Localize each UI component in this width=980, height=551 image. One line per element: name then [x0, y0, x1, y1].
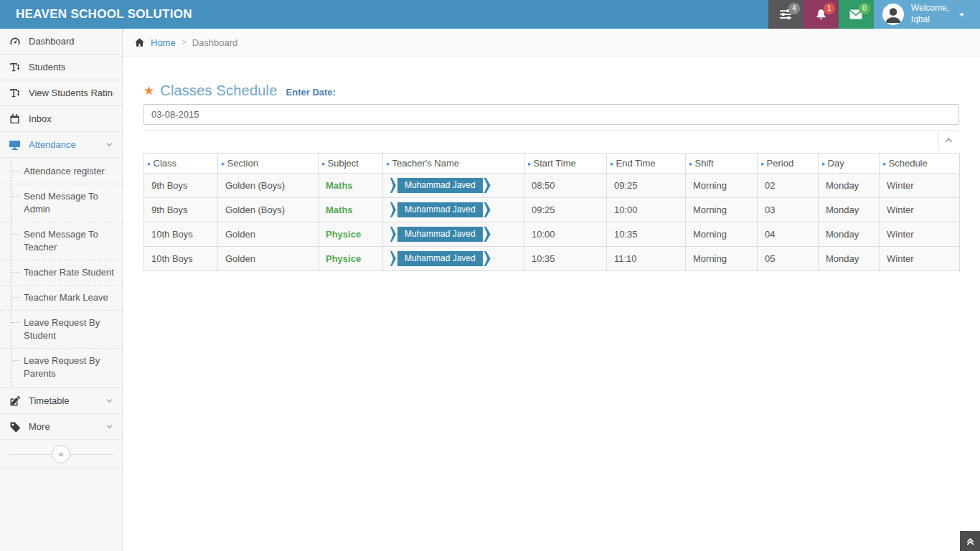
breadcrumb: Home > Dashboard [123, 29, 980, 57]
cell-subject: Maths [319, 174, 383, 198]
column-header-label: Period [767, 158, 794, 169]
sidebar-subitem-leave-request-by-parents[interactable]: Leave Request By Parents [0, 348, 122, 386]
sort-caret-icon: ▸ [222, 160, 225, 167]
table-body: 9th BoysGolden (Boys)MathsMuhammad Javed… [144, 174, 960, 271]
chevron-down-icon [105, 423, 113, 430]
page-title: Classes Schedule [160, 83, 277, 99]
main-panel: ★ Classes Schedule Enter Date: ▸Class▸Se… [123, 81, 980, 271]
sidebar-item-view-students-rating[interactable]: View Students Rating [0, 80, 122, 106]
column-header-section[interactable]: ▸Section [218, 154, 319, 174]
sidebar-subitem-leave-request-by-student[interactable]: Leave Request By Student [0, 310, 122, 348]
sidebar-subitem-send-message-to-admin[interactable]: Send Message To Admin [0, 184, 122, 222]
cell-period: 04 [758, 222, 819, 247]
tasks-button[interactable]: 4 [768, 0, 804, 29]
cell-period: 03 [758, 198, 819, 222]
sidebar-subitem-send-message-to-teacher[interactable]: Send Message To Teacher [0, 222, 122, 260]
enter-date-label: Enter Date: [286, 84, 336, 98]
schedule-table: ▸Class▸Section▸Subject▸Teacher's Name▸St… [143, 153, 960, 271]
teacher-name-label: Muhammad Javed [397, 202, 483, 217]
cell-shift: Morning [686, 247, 758, 271]
date-input[interactable] [143, 104, 959, 125]
sidebar-collapse-bar: « [0, 440, 122, 468]
cell-teacher-s-name: Muhammad Javed [383, 247, 524, 271]
column-header-label: Section [227, 158, 258, 169]
sidebar-item-more[interactable]: More [0, 414, 122, 440]
cell-day: Monday [819, 222, 880, 247]
sort-caret-icon: ▸ [387, 160, 390, 167]
avatar [882, 4, 904, 25]
cell-end-time: 09:25 [607, 174, 686, 198]
attendance-submenu: Attendance registerSend Message To Admin… [0, 158, 122, 388]
ribbon-left-notch-icon [390, 202, 396, 217]
sort-caret-icon: ▸ [689, 160, 693, 167]
subject-text: Physice [326, 253, 361, 264]
teacher-name-badge[interactable]: Muhammad Javed [390, 202, 491, 217]
panel-collapse-button[interactable] [938, 131, 959, 150]
sidebar-item-label: Students [29, 62, 65, 72]
topbar-right: 410 Welcome,Iqbal [768, 0, 980, 29]
desktop-icon [9, 139, 21, 151]
sidebar-subitem-attendance-register[interactable]: Attendance register [0, 159, 122, 184]
cell-shift: Morning [686, 198, 758, 222]
column-header-day[interactable]: ▸Day [819, 154, 880, 174]
user-menu[interactable]: Welcome,Iqbal [874, 0, 980, 29]
cell-class: 10th Boys [144, 222, 218, 247]
cell-day: Monday [819, 198, 880, 222]
sort-caret-icon: ▸ [528, 160, 532, 167]
sidebar-item-label: Dashboard [29, 36, 75, 47]
column-header-start-time[interactable]: ▸Start Time [524, 154, 607, 174]
text-height-icon [9, 88, 21, 98]
cell-period: 05 [758, 247, 819, 271]
sidebar-collapse-button[interactable]: « [52, 445, 70, 463]
sidebar-item-dashboard[interactable]: Dashboard [0, 29, 122, 55]
cell-schedule: Winter [880, 198, 960, 222]
sort-caret-icon: ▸ [761, 160, 765, 167]
messages-button[interactable]: 0 [839, 0, 874, 29]
column-header-teacher-s-name[interactable]: ▸Teacher's Name [383, 154, 524, 174]
sidebar-subitem-teacher-mark-leave[interactable]: Teacher Mark Leave [0, 285, 122, 310]
breadcrumb-home-link[interactable]: Home [151, 37, 176, 48]
cell-end-time: 11:10 [607, 247, 686, 271]
content: Home > Dashboard ★ Classes Schedule Ente… [123, 29, 980, 551]
cell-end-time: 10:00 [607, 198, 686, 222]
alerts-button[interactable]: 1 [804, 0, 839, 29]
cell-subject: Maths [319, 198, 383, 222]
cell-schedule: Winter [880, 222, 960, 247]
column-header-end-time[interactable]: ▸End Time [607, 154, 686, 174]
teacher-name-badge[interactable]: Muhammad Javed [390, 178, 491, 193]
welcome-text: Welcome,Iqbal [911, 3, 949, 25]
column-header-schedule[interactable]: ▸Schedule [880, 154, 960, 174]
table-header-row: ▸Class▸Section▸Subject▸Teacher's Name▸St… [144, 154, 960, 174]
sidebar-item-timetable[interactable]: Timetable [0, 388, 122, 414]
column-header-class[interactable]: ▸Class [144, 154, 218, 174]
sidebar-item-attendance[interactable]: Attendance [0, 132, 122, 158]
column-header-label: Subject [328, 158, 359, 169]
column-header-label: Day [828, 158, 844, 169]
column-header-shift[interactable]: ▸Shift [686, 154, 758, 174]
column-header-subject[interactable]: ▸Subject [319, 154, 383, 174]
teacher-name-badge[interactable]: Muhammad Javed [390, 227, 491, 242]
ribbon-right-arrow-icon [484, 227, 491, 242]
cell-class: 9th Boys [144, 174, 218, 198]
sort-caret-icon: ▸ [322, 160, 326, 167]
sidebar-subitem-teacher-rate-student[interactable]: Teacher Rate Student [0, 260, 122, 285]
chevron-up-icon [944, 136, 953, 145]
welcome-line: Welcome, [911, 3, 949, 13]
teacher-name-badge[interactable]: Muhammad Javed [390, 251, 491, 266]
sort-caret-icon: ▸ [148, 160, 151, 167]
column-header-period[interactable]: ▸Period [758, 154, 819, 174]
sidebar: DashboardStudentsView Students RatingInb… [0, 29, 123, 551]
cell-section: Golden (Boys) [218, 198, 319, 222]
cell-schedule: Winter [880, 174, 960, 198]
sort-caret-icon: ▸ [822, 160, 826, 167]
cell-shift: Morning [686, 174, 758, 198]
ribbon-right-arrow-icon [484, 251, 491, 266]
sidebar-item-inbox[interactable]: Inbox [0, 106, 122, 132]
column-header-label: Schedule [889, 158, 928, 169]
sidebar-item-students[interactable]: Students [0, 55, 122, 80]
teacher-name-label: Muhammad Javed [397, 227, 483, 242]
sidebar-item-label: Inbox [29, 113, 52, 124]
cell-start-time: 10:00 [524, 222, 607, 247]
scroll-top-button[interactable] [960, 531, 980, 551]
table-row: 9th BoysGolden (Boys)MathsMuhammad Javed… [144, 174, 960, 198]
